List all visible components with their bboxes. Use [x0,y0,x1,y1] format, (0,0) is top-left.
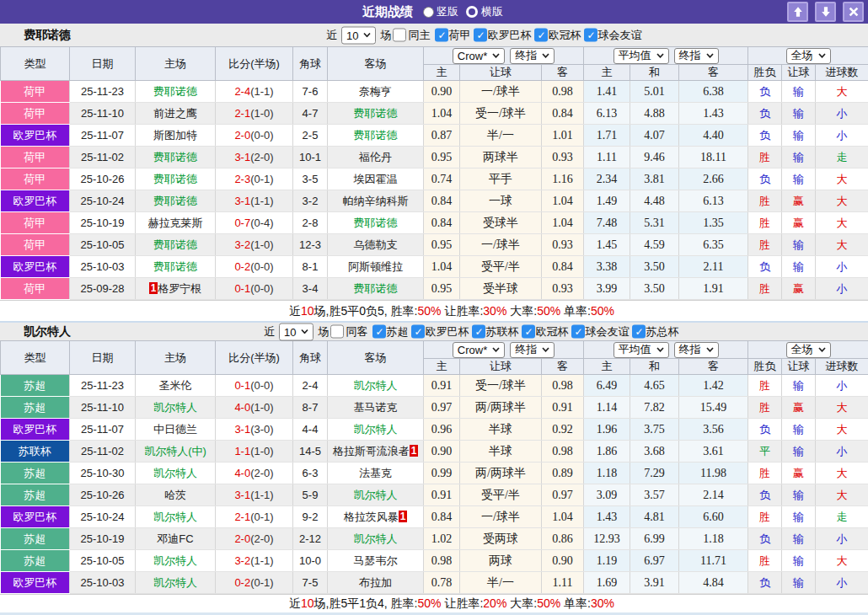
match-score: 3-1(2-0) [216,147,293,168]
chevron-down-icon [542,347,549,352]
result-outcome: 胜 [748,550,782,572]
match-score: 0-7(0-4) [216,212,293,234]
handicap-line: 受平/半 [460,484,542,506]
league-checkbox[interactable]: ✓ [632,325,646,339]
same-venue-checkbox[interactable] [330,325,344,339]
match-score: 2-0(2-0) [216,528,293,550]
crow-index-select[interactable]: 终指 [510,342,555,358]
result-goals: 小 [816,572,868,594]
match-row: 欧罗巴杯25-10-03凯尔特人0-2(0-1)7-5布拉加0.78半/一1.1… [1,572,868,594]
team-label: 费耶诺德 [354,107,398,120]
col-header-type: 类型 [1,47,70,81]
league-checkbox[interactable]: ✓ [534,29,548,42]
fulltime-score: 0-1 [234,379,250,392]
league-filter-label: 苏超 [386,324,408,340]
move-up-button[interactable] [787,2,808,22]
fulltime-score: 3-1 [234,195,250,207]
crow-index-select[interactable]: 终指 [510,48,555,64]
league-filter: ✓苏超 [372,324,408,340]
euro-index-select[interactable]: 终指 [674,48,719,64]
league-checkbox[interactable]: ✓ [474,29,487,42]
fulltime-score: 2-3 [234,173,250,185]
halftime-score: (1-0) [250,445,273,457]
team-label: 格拉茨风暴 [344,511,399,523]
result-handicap: 输 [782,147,816,168]
crow-company-select[interactable]: Crow* [453,48,505,64]
crow-away-odds: 0.93 [542,147,584,168]
crow-away-odds: 1.11 [542,572,584,594]
league-badge: 苏超 [1,463,70,484]
crow-away-odds: 0.93 [542,234,584,256]
team-label: 马瑟韦尔 [354,554,398,567]
corner-count: 9-2 [293,506,328,528]
league-badge: 荷甲 [1,81,70,103]
euro-home-odds: 6.13 [584,103,630,125]
result-handicap: 输 [782,125,816,147]
euro-company-select[interactable]: 平均值 [613,342,669,358]
team-label: 福伦丹 [359,151,392,163]
match-date: 25-11-23 [70,81,136,103]
radio-horizontal-layout[interactable]: 横版 [466,4,503,19]
team-label: 斯图加特 [153,129,197,142]
crow-company-select[interactable]: Crow* [453,342,505,358]
match-date: 25-11-23 [70,375,136,397]
home-team: 费耶诺德 [136,168,216,190]
league-badge: 欧罗巴杯 [1,419,70,441]
close-button[interactable] [843,2,864,22]
match-count-select[interactable]: 10 [279,323,313,340]
team-label: 费耶诺德 [354,129,398,142]
euro-away-odds: 4.84 [679,572,748,594]
scope-select[interactable]: 全场 [786,48,831,64]
home-team: 凯尔特人 [136,550,216,572]
radio-vertical-layout[interactable]: 竖版 [421,4,458,19]
league-checkbox[interactable]: ✓ [372,325,386,339]
move-down-button[interactable] [815,2,836,22]
euro-away-odds: 6.60 [679,506,748,528]
same-venue-checkbox[interactable] [393,29,406,42]
euro-away-odds: 1.43 [679,103,748,125]
fulltime-score: 0-2 [234,260,250,273]
league-checkbox[interactable]: ✓ [571,325,585,339]
league-checkbox[interactable]: ✓ [584,29,597,42]
match-date: 25-10-26 [70,484,136,506]
col-header-handicap: 让球 [460,65,542,81]
euro-away-odds: 11.71 [679,550,748,572]
handicap-line: 受平/半 [460,256,542,278]
fulltime-score: 4-0 [234,401,250,414]
match-row: 苏联杯25-11-02凯尔特人(中)1-1(1-0)14-5格拉斯哥流浪者10.… [1,441,868,463]
euro-index-select[interactable]: 终指 [674,342,719,358]
close-icon [848,6,860,18]
euro-draw-odds: 5.31 [630,212,679,234]
col-header-score: 比分(半场) [216,47,293,81]
result-outcome: 负 [748,256,782,278]
scope-select[interactable]: 全场 [786,342,831,358]
handicap-line: 两/两球半 [460,397,542,419]
corner-count: 14-5 [293,441,328,463]
euro-away-odds: 6.38 [679,81,748,103]
filter-controls: 近10场同客✓苏超✓欧罗巴杯✓苏联杯✓欧冠杯✓球会友谊✓苏总杯 [262,323,678,340]
match-date: 25-11-10 [70,103,136,125]
filter-row: 费耶诺德 近10场同主✓荷甲✓欧罗巴杯✓欧冠杯✓球会友谊 [0,24,868,46]
note-badge: 1 [410,445,419,457]
league-checkbox[interactable]: ✓ [435,29,448,42]
league-checkbox[interactable]: ✓ [472,325,485,339]
radio-selected-icon [423,7,434,18]
match-date: 25-10-24 [70,506,136,528]
team-label: 凯尔特人 [153,576,197,589]
same-venue-label: 同客 [346,324,367,340]
halftime-score: (0-0) [250,260,273,273]
fulltime-score: 4-0 [234,467,250,479]
team-label: 费耶诺德 [153,85,197,98]
match-score: 3-2(1-1) [216,550,293,572]
match-count-select[interactable]: 10 [341,26,376,44]
euro-company-select[interactable]: 平均值 [613,48,669,64]
result-goals: 小 [816,125,868,147]
result-goals: 小 [816,441,868,463]
fulltime-score: 3-2 [234,238,250,251]
league-checkbox[interactable]: ✓ [411,325,425,339]
match-row: 欧罗巴杯25-10-24凯尔特人2-1(0-1)9-2格拉茨风暴10.84一/球… [1,506,868,528]
result-outcome: 胜 [748,506,782,528]
league-checkbox[interactable]: ✓ [522,325,535,339]
col-header-goals: 进球数 [816,359,868,375]
handicap-line: 受两球 [460,528,542,550]
